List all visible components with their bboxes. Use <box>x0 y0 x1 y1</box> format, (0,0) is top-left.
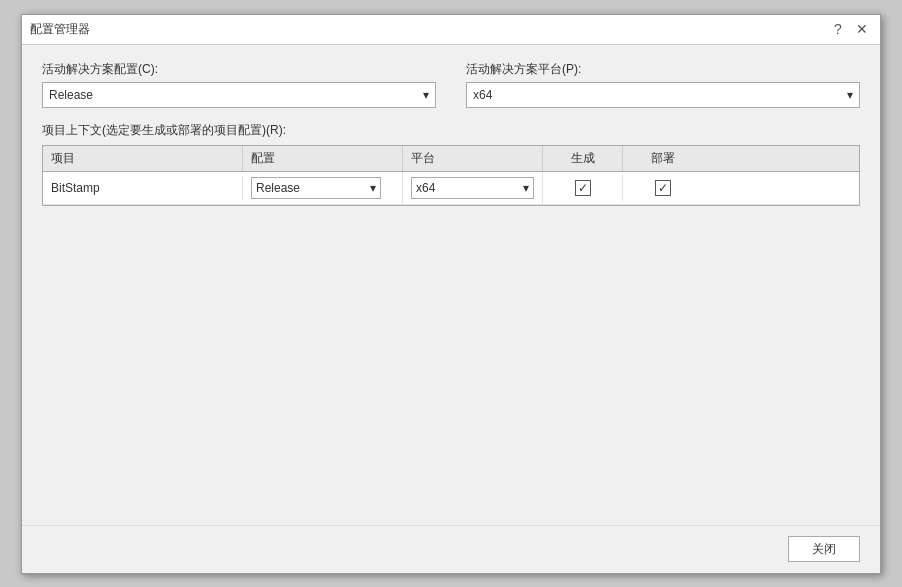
col-header-deploy: 部署 <box>623 146 703 171</box>
deploy-checkbox[interactable] <box>655 180 671 196</box>
row-config-value: Release <box>256 181 300 195</box>
active-platform-value: x64 <box>473 88 492 102</box>
row-platform-value: x64 <box>416 181 435 195</box>
row-platform-arrow-icon: ▾ <box>523 181 529 195</box>
active-config-group: 活动解决方案配置(C): Release ▾ <box>42 61 436 108</box>
table-section: 项目上下文(选定要生成或部署的项目配置)(R): 项目 配置 平台 生成 部署 … <box>42 122 860 309</box>
row-config-arrow-icon: ▾ <box>370 181 376 195</box>
cell-deploy[interactable] <box>623 175 703 201</box>
active-config-value: Release <box>49 88 93 102</box>
dialog-body: 活动解决方案配置(C): Release ▾ 活动解决方案平台(P): x64 … <box>22 45 880 525</box>
cell-build[interactable] <box>543 175 623 201</box>
active-config-arrow-icon: ▾ <box>423 88 429 102</box>
active-config-label: 活动解决方案配置(C): <box>42 61 436 78</box>
row-platform-select[interactable]: x64 ▾ <box>411 177 534 199</box>
col-header-platform: 平台 <box>403 146 543 171</box>
table-header: 项目 配置 平台 生成 部署 <box>43 146 859 172</box>
dialog-footer: 关闭 <box>22 525 880 573</box>
table-row: BitStamp Release ▾ x64 ▾ <box>43 172 859 205</box>
col-header-config: 配置 <box>243 146 403 171</box>
active-platform-group: 活动解决方案平台(P): x64 ▾ <box>466 61 860 108</box>
title-bar: 配置管理器 ? ✕ <box>22 15 880 45</box>
dialog-title: 配置管理器 <box>30 21 90 38</box>
help-button[interactable]: ? <box>828 19 848 39</box>
col-header-project: 项目 <box>43 146 243 171</box>
top-row: 活动解决方案配置(C): Release ▾ 活动解决方案平台(P): x64 … <box>42 61 860 108</box>
row-config-select[interactable]: Release ▾ <box>251 177 381 199</box>
close-title-button[interactable]: ✕ <box>852 19 872 39</box>
config-manager-dialog: 配置管理器 ? ✕ 活动解决方案配置(C): Release ▾ 活动解决方案平… <box>21 14 881 574</box>
title-bar-controls: ? ✕ <box>828 19 872 39</box>
table-section-label: 项目上下文(选定要生成或部署的项目配置)(R): <box>42 122 860 139</box>
active-platform-select[interactable]: x64 ▾ <box>466 82 860 108</box>
col-header-build: 生成 <box>543 146 623 171</box>
data-table: 项目 配置 平台 生成 部署 BitStamp Release ▾ <box>42 145 860 206</box>
active-platform-arrow-icon: ▾ <box>847 88 853 102</box>
cell-project: BitStamp <box>43 176 243 200</box>
active-platform-label: 活动解决方案平台(P): <box>466 61 860 78</box>
cell-config[interactable]: Release ▾ <box>243 172 403 204</box>
active-config-select[interactable]: Release ▾ <box>42 82 436 108</box>
cell-platform[interactable]: x64 ▾ <box>403 172 543 204</box>
build-checkbox[interactable] <box>575 180 591 196</box>
close-button[interactable]: 关闭 <box>788 536 860 562</box>
